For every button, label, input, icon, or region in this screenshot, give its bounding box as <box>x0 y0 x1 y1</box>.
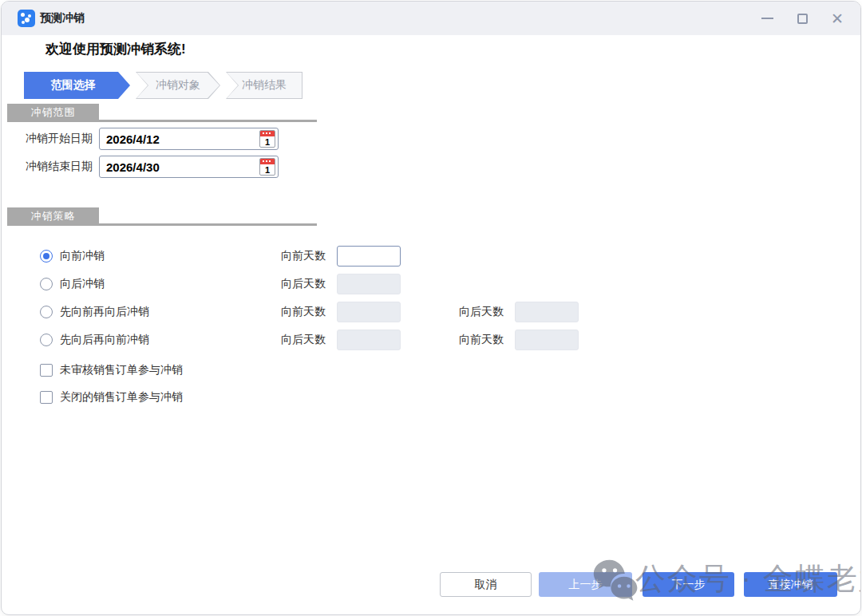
maximize-icon[interactable] <box>790 6 814 30</box>
start-date-row: 冲销开始日期 1 <box>26 128 279 150</box>
wizard-steps: 范围选择 冲销对象 冲销结果 <box>24 72 302 99</box>
titlebar: 预测冲销 ✕ <box>2 2 860 35</box>
end-date-box: 1 <box>99 156 279 178</box>
backward-days-group: 向后天数 <box>281 274 401 294</box>
wizard-step-result[interactable]: 冲销结果 <box>226 72 302 99</box>
section-header-range: 冲销范围 <box>7 104 99 120</box>
radio-forward[interactable] <box>40 250 53 263</box>
forecast-writeoff-dialog: 预测冲销 ✕ 欢迎使用预测冲销系统! 范围选择 冲销对象 冲销结果 冲销范围 冲… <box>1 1 861 615</box>
section-header-strategy: 冲销策略 <box>7 207 99 224</box>
wizard-step-range[interactable]: 范围选择 <box>24 72 130 99</box>
direct-writeoff-button[interactable]: 直接冲销 <box>744 572 837 597</box>
fb-forward-days-group: 向前天数 <box>281 302 401 322</box>
section-divider <box>7 223 317 226</box>
bf-forward-days-input <box>515 330 579 350</box>
forward-days-group: 向前天数 <box>281 246 401 267</box>
start-date-input[interactable] <box>99 128 279 150</box>
page-title: 欢迎使用预测冲销系统! <box>45 40 186 58</box>
radio-backward-forward[interactable] <box>40 334 53 346</box>
close-icon[interactable]: ✕ <box>825 6 849 30</box>
option-forward: 向前冲销 <box>40 246 105 267</box>
bf-backward-days-group: 向后天数 <box>281 330 401 350</box>
calendar-icon[interactable]: 1 <box>259 130 275 148</box>
radio-backward[interactable] <box>40 278 53 290</box>
window-controls: ✕ <box>755 6 849 30</box>
bf-backward-days-input <box>337 330 401 350</box>
calendar-icon[interactable]: 1 <box>259 158 275 176</box>
start-date-label: 冲销开始日期 <box>26 132 93 146</box>
start-date-box: 1 <box>99 128 279 150</box>
option-backward-forward: 先向后再向前冲销 <box>40 330 149 350</box>
cancel-button[interactable]: 取消 <box>440 572 532 597</box>
closed-orders-row: 关闭的销售订单参与冲销 <box>40 389 183 405</box>
fb-backward-days-group: 向后天数 <box>459 302 579 322</box>
bf-forward-days-group: 向前天数 <box>459 330 579 350</box>
next-step-button[interactable]: 下一步 <box>643 572 734 597</box>
closed-orders-checkbox[interactable] <box>40 391 53 404</box>
radio-forward-backward[interactable] <box>40 306 53 318</box>
end-date-input[interactable] <box>99 156 279 178</box>
fb-forward-days-input <box>337 302 401 322</box>
section-divider <box>7 120 317 122</box>
app-logo-icon <box>18 10 35 27</box>
previous-step-button[interactable]: 上一步 <box>539 572 632 597</box>
end-date-label: 冲销结束日期 <box>26 160 93 174</box>
forward-days-input[interactable] <box>337 246 401 267</box>
unapproved-orders-checkbox[interactable] <box>40 364 53 377</box>
option-backward: 向后冲销 <box>40 274 105 294</box>
minimize-icon[interactable] <box>755 6 779 30</box>
window-title: 预测冲销 <box>40 11 85 26</box>
option-forward-backward: 先向前再向后冲销 <box>40 302 149 322</box>
backward-days-input <box>337 274 401 294</box>
wizard-step-target[interactable]: 冲销对象 <box>136 72 220 99</box>
unapproved-orders-row: 未审核销售订单参与冲销 <box>40 362 183 378</box>
end-date-row: 冲销结束日期 1 <box>26 156 279 178</box>
fb-backward-days-input <box>515 302 579 322</box>
